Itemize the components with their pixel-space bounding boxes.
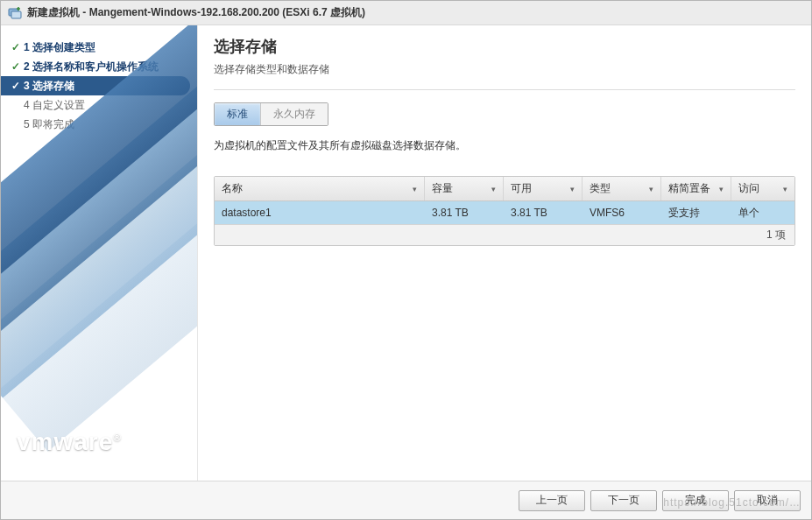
datastore-grid: 名称 ▾ 容量 ▾ 可用 ▾ 类型 ▾ [214, 176, 795, 246]
cell-name: datastore1 [215, 207, 425, 219]
check-icon: ✓ [10, 41, 22, 53]
page-subtitle: 选择存储类型和数据存储 [214, 62, 795, 90]
main-panel: 选择存储 选择存储类型和数据存储 标准 永久内存 为虚拟机的配置文件及其所有虚拟… [198, 25, 811, 481]
wizard-sidebar: vmware® ✓ 1 选择创建类型 ✓ 2 选择名称和客户机操作系统 ✓ 3 … [1, 25, 198, 481]
finish-button[interactable]: 完成 [662, 490, 729, 511]
back-button[interactable]: 上一页 [519, 490, 585, 511]
col-free[interactable]: 可用 ▾ [504, 177, 583, 200]
new-vm-icon [8, 6, 22, 20]
chevron-down-icon: ▾ [570, 185, 575, 193]
cell-free: 3.81 TB [504, 207, 583, 219]
col-type[interactable]: 类型 ▾ [583, 177, 661, 200]
grid-body: datastore1 3.81 TB 3.81 TB VMFS6 受支持 单个 [215, 201, 794, 224]
col-provision[interactable]: 精简置备 ▾ [661, 177, 731, 200]
cell-capacity: 3.81 TB [425, 207, 504, 219]
title-bar: 新建虚拟机 - Mangement-Windows-192.168.200.20… [1, 1, 811, 25]
cell-type: VMFS6 [583, 207, 661, 219]
row-count: 1 项 [766, 228, 786, 242]
seg-standard[interactable]: 标准 [215, 103, 260, 125]
next-button[interactable]: 下一页 [590, 490, 657, 511]
chevron-down-icon: ▾ [413, 185, 417, 193]
grid-footer: 1 项 [215, 224, 794, 245]
table-row[interactable]: datastore1 3.81 TB 3.81 TB VMFS6 受支持 单个 [215, 201, 794, 224]
instructions-text: 为虚拟机的配置文件及其所有虚拟磁盘选择数据存储。 [214, 138, 795, 153]
page-title: 选择存储 [214, 36, 795, 57]
col-capacity[interactable]: 容量 ▾ [425, 177, 504, 200]
window-title: 新建虚拟机 - Mangement-Windows-192.168.200.20… [27, 5, 365, 20]
wizard-footer: 上一页 下一页 完成 取消 https://blog.51cto.com/… [1, 481, 811, 519]
grid-header: 名称 ▾ 容量 ▾ 可用 ▾ 类型 ▾ [215, 177, 794, 201]
check-icon: ✓ [10, 60, 22, 73]
cancel-button[interactable]: 取消 [734, 490, 801, 511]
storage-type-segment: 标准 永久内存 [214, 102, 328, 126]
chevron-down-icon: ▾ [783, 185, 787, 193]
chevron-down-icon: ▾ [649, 185, 653, 193]
cell-access: 单个 [731, 206, 794, 221]
wizard-window: 新建虚拟机 - Mangement-Windows-192.168.200.20… [0, 0, 812, 520]
check-icon: ✓ [10, 80, 22, 92]
svg-rect-1 [11, 11, 21, 18]
col-access[interactable]: 访问 ▾ [731, 177, 794, 200]
seg-pmem[interactable]: 永久内存 [260, 103, 328, 125]
chevron-down-icon: ▾ [491, 185, 496, 193]
col-name[interactable]: 名称 ▾ [215, 177, 425, 200]
vmware-logo: vmware® [17, 428, 122, 456]
chevron-down-icon: ▾ [719, 185, 724, 193]
cell-provision: 受支持 [661, 206, 731, 221]
